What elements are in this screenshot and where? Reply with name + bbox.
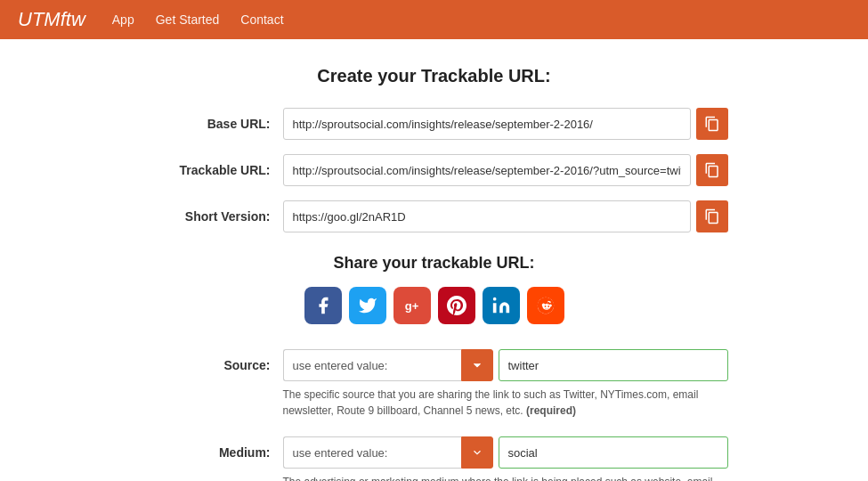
facebook-icon [313,296,333,315]
source-dropdown-toggle[interactable] [461,349,493,381]
trackable-url-row: Trackable URL: [141,154,728,186]
source-dropdown[interactable]: use entered value: [283,349,461,381]
source-dropdown-group: use entered value: [283,349,493,381]
site-logo: UTMftw [18,8,85,31]
reddit-share-button[interactable] [527,287,564,324]
nav-get-started[interactable]: Get Started [156,12,220,27]
copy-icon [704,162,720,178]
medium-label: Medium: [141,445,283,460]
twitter-icon [358,296,377,315]
share-title: Share your trackable URL: [141,254,728,273]
medium-dropdown-toggle[interactable] [461,436,493,469]
source-label: Source: [141,358,283,372]
base-url-copy-button[interactable] [696,108,728,140]
short-version-copy-button[interactable] [696,200,728,232]
medium-dropdown-group: use entered value: [283,436,493,469]
medium-help: The advertising or marketing medium wher… [283,474,728,481]
logo-ftw: ftw [61,8,85,30]
linkedin-share-button[interactable] [483,287,520,324]
medium-row: Medium: use entered value: The advertisi… [141,436,728,481]
base-url-input[interactable] [283,108,691,140]
trackable-url-label: Trackable URL: [141,163,283,177]
pinterest-share-button[interactable] [438,287,475,324]
source-required: (required) [526,404,576,417]
page-title: Create your Trackable URL: [141,66,728,86]
short-version-label: Short Version: [141,209,283,224]
trackable-url-input[interactable] [283,154,691,186]
trackable-url-input-wrapper [283,154,728,186]
googleplus-share-button[interactable]: g+ [393,287,431,324]
twitter-share-button[interactable] [349,287,386,324]
svg-point-0 [492,298,496,301]
reddit-icon [536,296,556,315]
social-icons: g+ [141,287,728,324]
main-nav: App Get Started Contact [112,12,284,27]
source-row: Source: use entered value: The specific … [141,349,728,419]
logo-utm: UTM [18,8,61,30]
medium-dropdown[interactable]: use entered value: [283,436,461,469]
trackable-url-copy-button[interactable] [696,154,728,186]
base-url-row: Base URL: [141,108,728,140]
nav-app[interactable]: App [112,12,134,27]
medium-inputs: Medium: use entered value: [141,436,728,469]
source-inputs: Source: use entered value: [141,349,728,381]
pinterest-icon [447,296,466,315]
base-url-label: Base URL: [141,117,283,131]
source-value-input[interactable] [499,349,728,381]
linkedin-icon [491,296,511,315]
base-url-input-wrapper [283,108,728,140]
source-help: The specific source that you are sharing… [283,387,728,419]
short-version-input-wrapper [283,200,728,232]
medium-value-input[interactable] [499,436,728,469]
copy-icon [704,208,720,224]
chevron-down-icon [471,446,483,459]
chevron-down-icon [471,359,483,371]
share-section: Share your trackable URL: g+ [141,254,728,324]
short-version-row: Short Version: [141,200,728,232]
copy-icon [704,116,720,132]
facebook-share-button[interactable] [304,287,342,324]
short-version-input[interactable] [283,200,691,232]
nav-contact[interactable]: Contact [240,12,283,27]
